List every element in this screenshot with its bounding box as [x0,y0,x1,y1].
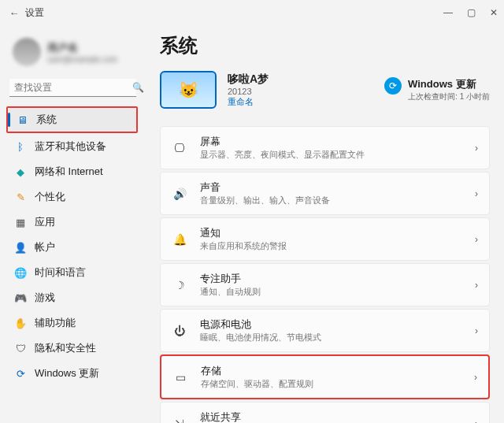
settings-card-4[interactable]: ⏻电源和电池睡眠、电池使用情况、节电模式› [160,309,490,352]
chevron-right-icon: › [475,188,478,199]
sidebar-item-1[interactable]: ᛒ蓝牙和其他设备 [6,135,146,158]
chevron-right-icon: › [475,143,478,154]
sidebar-item-9[interactable]: 🛡隐私和安全性 [6,336,146,360]
card-sub: 存储空间、驱动器、配置规则 [201,379,474,390]
card-icon: ☽ [172,279,187,291]
card-title: 通知 [200,226,475,240]
chevron-right-icon: › [475,325,478,336]
settings-card-6[interactable]: ⇲就近共享可发现性、收到文件的位置› [160,402,490,423]
sidebar-item-6[interactable]: 🌐时间和语言 [6,261,146,284]
card-title: 屏幕 [200,135,475,149]
card-icon: 🔔 [172,233,187,246]
nav-label: 个性化 [35,190,65,204]
card-icon: ⇲ [172,417,187,424]
settings-card-2[interactable]: 🔔通知来自应用和系统的警报› [160,217,490,261]
sidebar-item-5[interactable]: 👤帐户 [6,236,146,259]
card-icon: ▭ [172,371,188,384]
settings-card-3[interactable]: ☽专注助手通知、自动规则› [160,263,490,306]
device-name: 哆啦A梦 [228,72,269,87]
nav-icon: ✎ [14,191,27,203]
card-sub: 显示器、亮度、夜间模式、显示器配置文件 [200,150,475,161]
search-icon: 🔍 [132,82,144,93]
card-sub: 通知、自动规则 [200,287,475,298]
card-sub: 睡眠、电池使用情况、节电模式 [200,332,475,343]
sidebar-item-0[interactable]: 🖥系统 [8,108,136,132]
nav-label: 帐户 [35,240,55,254]
rename-link[interactable]: 重命名 [228,96,269,108]
settings-card-5[interactable]: ▭存储存储空间、驱动器、配置规则› [160,354,490,399]
nav-icon: ⟳ [14,367,27,380]
page-title: 系统 [160,33,490,58]
nav-icon: 🖥 [16,113,28,126]
settings-card-0[interactable]: 🖵屏幕显示器、亮度、夜间模式、显示器配置文件› [160,126,490,169]
sidebar-item-3[interactable]: ✎个性化 [6,185,146,209]
update-status: 上次检查时间: 1 小时前 [408,91,490,102]
avatar [13,38,41,66]
card-icon: ⏻ [172,325,187,337]
nav-label: 蓝牙和其他设备 [35,139,106,154]
search-input[interactable] [14,82,132,93]
update-block[interactable]: ⟳ Windows 更新 上次检查时间: 1 小时前 [384,77,490,102]
nav-icon: ▦ [14,216,27,228]
update-title: Windows 更新 [408,77,490,91]
nav-icon: 🌐 [14,266,27,279]
card-title: 存储 [201,364,474,378]
nav-label: 时间和语言 [35,265,86,280]
profile-block[interactable]: 用户名 user@example.com [6,32,146,72]
card-icon: 🔊 [172,187,187,200]
content: 系统 😺 哆啦A梦 20123 重命名 ⟳ Windows 更新 上次检查时间:… [146,25,504,423]
card-sub: 来自应用和系统的警报 [200,241,475,252]
user-name: 用户名 [47,41,139,55]
nav-label: 辅助功能 [35,316,76,330]
chevron-right-icon: › [475,418,478,424]
nav-icon: 🛡 [14,342,27,354]
user-email: user@example.com [47,55,139,64]
sidebar-item-4[interactable]: ▦应用 [6,210,146,234]
close-icon[interactable]: ✕ [490,7,498,18]
nav-icon: ᛒ [14,140,27,153]
nav-label: 系统 [36,113,57,127]
card-title: 电源和电池 [200,317,475,332]
settings-card-1[interactable]: 🔊声音音量级别、输出、输入、声音设备› [160,172,490,215]
chevron-right-icon: › [475,234,478,245]
nav-icon: 👤 [14,241,27,254]
nav-icon: ◆ [14,165,27,178]
sidebar-item-10[interactable]: ⟳Windows 更新 [6,362,146,385]
back-icon[interactable]: ← [6,7,22,19]
sidebar-item-2[interactable]: ◆网络和 Internet [6,160,146,184]
chevron-right-icon: › [474,372,477,383]
card-title: 专注助手 [200,272,475,286]
window-title: 设置 [22,6,443,20]
nav-label: 隐私和安全性 [35,341,96,355]
card-icon: 🖵 [172,142,187,154]
card-title: 就近共享 [200,410,475,423]
card-sub: 音量级别、输出、输入、声音设备 [200,195,475,206]
maximize-icon[interactable]: ▢ [467,7,476,18]
device-model: 20123 [228,87,269,96]
sidebar-item-7[interactable]: 🎮游戏 [6,286,146,310]
update-icon: ⟳ [384,77,402,95]
minimize-icon[interactable]: ― [443,7,453,18]
sidebar-item-8[interactable]: ✋辅助功能 [6,311,146,335]
nav-icon: 🎮 [14,291,27,304]
chevron-right-icon: › [475,280,478,291]
device-thumb[interactable]: 😺 [160,71,217,109]
search-box[interactable]: 🔍 [9,79,136,97]
device-header: 😺 哆啦A梦 20123 重命名 ⟳ Windows 更新 上次检查时间: 1 … [160,71,490,109]
nav-list: 🖥系统ᛒ蓝牙和其他设备◆网络和 Internet✎个性化▦应用👤帐户🌐时间和语言… [6,106,146,385]
titlebar: ← 设置 ― ▢ ✕ [0,0,504,25]
nav-label: 网络和 Internet [35,165,103,179]
sidebar: 用户名 user@example.com 🔍 🖥系统ᛒ蓝牙和其他设备◆网络和 I… [0,25,146,423]
nav-icon: ✋ [14,317,27,329]
card-title: 声音 [200,180,475,195]
settings-cards: 🖵屏幕显示器、亮度、夜间模式、显示器配置文件›🔊声音音量级别、输出、输入、声音设… [160,126,490,423]
nav-label: Windows 更新 [35,366,99,380]
nav-label: 游戏 [35,291,55,305]
nav-label: 应用 [35,215,55,229]
